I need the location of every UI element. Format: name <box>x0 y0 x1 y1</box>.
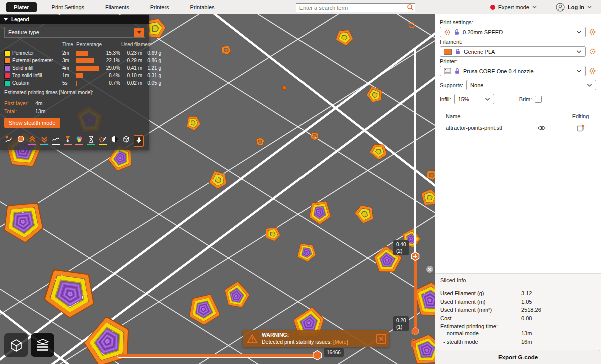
sliced-object-shape <box>427 171 435 180</box>
legend-header[interactable]: Legend <box>0 15 149 24</box>
rotate-view-icon[interactable] <box>407 20 417 32</box>
sliced-object-shape <box>355 206 373 223</box>
feature-grams: 0.05 g <box>143 80 161 86</box>
custom-gcodes-icon[interactable] <box>98 135 107 147</box>
deretractions-icon[interactable] <box>40 135 49 147</box>
layer-slider-bottom-handle[interactable] <box>411 327 420 338</box>
travels-icon[interactable] <box>4 135 13 147</box>
printer-select[interactable]: Prusa CORE One 0.4 nozzle <box>440 66 586 76</box>
sliced-object-shape <box>408 278 435 322</box>
print-settings-select[interactable]: 0.20mm SPEED <box>440 27 586 37</box>
printer-gear-icon[interactable] <box>589 67 596 75</box>
shells-icon[interactable] <box>122 135 131 147</box>
percentage-bar <box>76 73 83 78</box>
retractions-icon[interactable] <box>28 135 37 147</box>
layer-top-tooltip: 0.40 (2) <box>393 240 409 255</box>
infill-select[interactable]: 15% <box>454 94 494 104</box>
moves-value: 16466 <box>327 350 341 355</box>
feature-type-select[interactable]: Feature type <box>4 27 145 38</box>
search-icon[interactable] <box>407 4 414 13</box>
filament-gear-icon[interactable] <box>589 48 596 55</box>
print-settings-gear-icon[interactable] <box>589 28 596 36</box>
chevron-down-icon <box>485 97 490 101</box>
col-percentage: Percentage <box>76 41 120 49</box>
edit-object-icon[interactable] <box>555 124 601 132</box>
feature-meters: 0.10 m <box>121 73 142 78</box>
chevron-down-icon <box>576 30 582 34</box>
feature-pct: 15.3% <box>102 50 120 56</box>
slider-close-icon[interactable]: ✕ <box>426 266 433 273</box>
lock-icon <box>455 48 461 55</box>
layers-icon <box>34 337 51 353</box>
layer-slider-top-handle[interactable] <box>410 251 420 263</box>
feature-time: 5s <box>62 80 75 86</box>
layer-slider-track[interactable] <box>414 48 416 257</box>
tool-marker-icon[interactable] <box>134 135 144 147</box>
percentage-bar <box>76 66 99 71</box>
printer-value: Prusa CORE One 0.4 nozzle <box>463 68 534 74</box>
supports-select[interactable]: None <box>466 80 596 90</box>
si-label: Used Filament (mm³) <box>440 307 521 313</box>
unlock-icon[interactable] <box>409 338 418 350</box>
tab-printers[interactable]: Printers <box>150 4 169 10</box>
sliced-object-shape <box>187 294 221 327</box>
warning-close-icon[interactable]: ✕ <box>376 334 386 344</box>
warning-triangle-icon <box>247 334 258 344</box>
cube-icon <box>8 337 24 353</box>
pause-prints-icon[interactable] <box>87 135 96 147</box>
feature-meters: 0.29 m <box>121 58 142 63</box>
tab-plater[interactable]: Plater <box>6 2 37 12</box>
tab-printables[interactable]: Printables <box>190 4 215 10</box>
wipe-icon[interactable] <box>16 135 25 147</box>
layer-bottom-tooltip: 0.20 (1) <box>393 316 409 331</box>
feature-type-dropdown-button[interactable] <box>134 28 144 37</box>
moves-slider-track[interactable] <box>117 354 318 358</box>
collapse-triangle-icon <box>4 18 8 21</box>
show-stealth-mode-button[interactable]: Show stealth mode <box>4 118 60 128</box>
object-editing-header: Editing <box>555 113 601 120</box>
object-list: Name Editing attractor-points-print.stl <box>440 111 596 134</box>
tool-changes-icon[interactable] <box>63 135 72 147</box>
printer-icon <box>444 68 451 74</box>
moves-slider-handle[interactable] <box>312 350 323 363</box>
search-input[interactable] <box>296 3 415 12</box>
mode-selector[interactable]: Expert mode <box>490 4 537 10</box>
feature-color-swatch <box>4 65 10 71</box>
sliced-object-shape <box>43 266 99 321</box>
lock-icon <box>454 29 460 35</box>
export-gcode-button[interactable]: Export G-code <box>435 350 601 364</box>
supports-label: Supports: <box>440 82 463 88</box>
viewport-3d[interactable]: Legend Feature type Time Percentage Used… <box>0 14 435 364</box>
brim-checkbox[interactable] <box>535 96 542 103</box>
filament-select[interactable]: Generic PLA <box>440 46 586 57</box>
moves-slider-tooltip: 16466 <box>324 348 344 357</box>
feature-name: External perimeter <box>12 57 61 64</box>
object-name-header: Name <box>440 113 529 119</box>
editor-view-button[interactable] <box>4 333 28 357</box>
tab-filaments[interactable]: Filaments <box>105 4 129 10</box>
feature-name: Solid infill <box>12 64 61 72</box>
center-of-gravity-icon[interactable] <box>110 135 119 147</box>
prusaslicer-window: Plater Print Settings Filaments Printers… <box>0 0 601 364</box>
color-changes-icon[interactable] <box>75 135 84 147</box>
warning-more-link[interactable]: [More] <box>333 339 348 345</box>
filament-color-swatch <box>444 49 452 55</box>
sliced-object-shape <box>221 280 252 312</box>
seams-icon[interactable] <box>51 135 60 147</box>
layer-slider-range[interactable] <box>414 256 417 331</box>
feature-grams: 0.31 g <box>143 73 161 78</box>
preview-view-button[interactable] <box>31 333 54 357</box>
login-button[interactable]: Log in <box>556 3 592 12</box>
visibility-eye-icon[interactable] <box>529 125 555 131</box>
total-label: Total: <box>4 108 35 114</box>
si-value: 13m <box>521 330 532 336</box>
chevron-down-icon <box>576 69 582 73</box>
lock-icon <box>454 68 460 74</box>
sliced-object-shape <box>295 240 319 263</box>
tab-print-settings[interactable]: Print Settings <box>52 4 84 10</box>
object-row[interactable]: attractor-points-print.stl <box>440 122 596 134</box>
chevron-down-icon <box>532 5 537 9</box>
login-label: Log in <box>568 4 584 10</box>
sliced-object-shape <box>256 138 264 145</box>
first-layer-value: 4m <box>35 100 43 106</box>
